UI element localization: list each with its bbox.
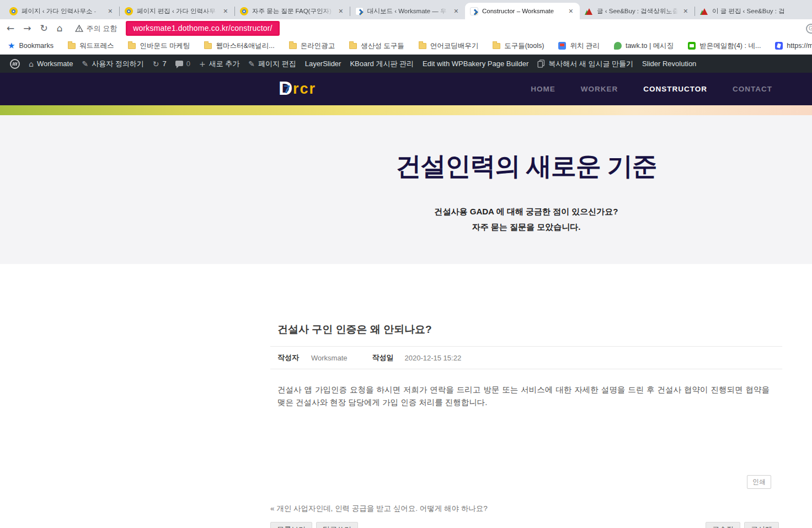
edit-post-button[interactable]: 글수정 bbox=[706, 522, 740, 528]
bookmark-folder-webmaster[interactable]: 웹마스터&애널리... bbox=[204, 41, 274, 51]
bookmarks-root[interactable]: ★ Bookmarks bbox=[8, 41, 54, 51]
list-view-button[interactable]: 목록보기 bbox=[270, 522, 312, 528]
admin-layerslider[interactable]: LayerSlider bbox=[301, 55, 346, 73]
post-actions-row: 목록보기 답글쓰기 글수정 글삭제 bbox=[270, 522, 782, 528]
seebuy-favicon-icon bbox=[585, 7, 593, 15]
nav-worker[interactable]: WORKER bbox=[581, 85, 618, 93]
bookmark-folder-tools[interactable]: 도구들(tools) bbox=[493, 41, 544, 51]
tab-page-gada[interactable]: 페이지 ‹ 가다 인력사무소 - × bbox=[4, 3, 119, 19]
browser-tab-strip: 페이지 ‹ 가다 인력사무소 - × 페이지 편집 ‹ 가다 인력사무 × 자주… bbox=[0, 0, 812, 19]
bookmark-label: 위치 관리 bbox=[570, 41, 599, 51]
main-navigation: HOME WORKER CONSTRUCTOR CONTACT bbox=[531, 73, 772, 105]
bookmark-location[interactable]: 위치 관리 bbox=[558, 41, 599, 51]
wordpress-logo-icon bbox=[10, 59, 20, 69]
reply-button[interactable]: 답글쓰기 bbox=[316, 522, 358, 528]
back-icon[interactable]: ← bbox=[7, 24, 14, 33]
copy-draft-label: 복사해서 새 임시글 만들기 bbox=[548, 59, 633, 69]
home-icon[interactable]: ⌂ bbox=[57, 24, 63, 33]
print-button[interactable]: 인쇄 bbox=[747, 475, 771, 489]
bookmarks-bar: ★ Bookmarks 워드프레스 인바운드 마케팅 웹마스터&애널리... 온… bbox=[0, 37, 812, 55]
brush-icon: ✎ bbox=[82, 60, 88, 68]
tawkto-icon bbox=[614, 42, 622, 50]
admin-kboard[interactable]: KBoard 게시판 관리 bbox=[345, 55, 418, 73]
bookmark-label: 온라인광고 bbox=[301, 41, 335, 51]
gada-favicon-icon bbox=[355, 7, 364, 15]
bookmark-folder-coding[interactable]: 언어코딩배우기 bbox=[419, 41, 479, 51]
author-value: Worksmate bbox=[311, 354, 348, 362]
bookmark-label: https://merchants.... bbox=[787, 42, 812, 50]
site-header: D 7 rcr HOME WORKER CONSTRUCTOR CONTACT bbox=[0, 73, 812, 105]
worksmate-favicon-icon bbox=[240, 7, 248, 15]
comment-count: 0 bbox=[186, 60, 190, 68]
admin-copy-draft[interactable]: 복사해서 새 임시글 만들기 bbox=[533, 55, 638, 73]
admin-wpbakery[interactable]: Edit with WPBakery Page Builder bbox=[418, 55, 533, 73]
bookmark-folder-wordpress[interactable]: 워드프레스 bbox=[68, 41, 114, 51]
folder-icon bbox=[493, 43, 500, 49]
wp-logo-menu[interactable] bbox=[6, 55, 24, 73]
post-content-area: 건설사 구인 인증은 왜 안되나요? 작성자 Worksmate 작성일 202… bbox=[270, 322, 782, 528]
admin-site-label: Worksmate bbox=[37, 60, 73, 68]
bookmark-folder-productivity[interactable]: 생산성 도구들 bbox=[349, 41, 404, 51]
nav-constructor-active[interactable]: CONSTRUCTOR bbox=[643, 85, 707, 93]
worksmate-favicon-icon bbox=[9, 7, 18, 15]
tab-title: 이 글 편집 ‹ See&Buy : 검 bbox=[712, 7, 805, 15]
date-label: 작성일 bbox=[372, 353, 394, 363]
bookmark-merchants[interactable]: https://merchants.... bbox=[775, 42, 812, 50]
admin-site-name[interactable]: ⌂ Worksmate bbox=[24, 55, 77, 73]
update-count: 7 bbox=[162, 60, 166, 68]
forward-icon[interactable]: → bbox=[23, 24, 31, 33]
copy-pages-icon bbox=[537, 60, 545, 68]
tab-title: 대시보드 ‹ Worksmate — 우 bbox=[367, 7, 448, 15]
bookmark-label: 인바운드 마케팅 bbox=[140, 41, 190, 51]
pencil-icon: ✎ bbox=[248, 60, 255, 68]
folder-icon bbox=[289, 43, 297, 49]
tab-close-icon[interactable]: × bbox=[337, 7, 345, 15]
tab-seebuy-edit[interactable]: 이 글 편집 ‹ See&Buy : 검 bbox=[695, 3, 810, 19]
hero-title: 건설인력의 새로운 기준 bbox=[270, 115, 782, 184]
profile-avatar-icon[interactable]: G bbox=[806, 24, 812, 34]
url-input[interactable]: worksmate1.dothome.co.kr/constructor/ bbox=[126, 21, 280, 36]
tab-seebuy-post[interactable]: 글 ‹ See&Buy : 검색상위노출 × bbox=[580, 3, 695, 19]
bookmark-label: 생산성 도구들 bbox=[361, 41, 404, 51]
logo-letters-rcr: rcr bbox=[293, 82, 316, 96]
admin-customize[interactable]: ✎ 사용자 정의하기 bbox=[77, 55, 148, 73]
bookmark-label: tawk.to | 메시징 bbox=[626, 41, 674, 51]
tab-dashboard[interactable]: 대시보드 ‹ Worksmate — 우 × bbox=[350, 3, 465, 19]
post-title: 건설사 구인 인증은 왜 안되나요? bbox=[277, 322, 782, 337]
site-security-warning[interactable]: 주의 요함 bbox=[75, 24, 117, 34]
tab-faq[interactable]: 자주 묻는 질문 FAQ(구인자) × bbox=[235, 3, 350, 19]
logo-arrow-seven: 7 bbox=[284, 83, 290, 96]
bookmark-mail[interactable]: 받은메일함(4) : 네... bbox=[688, 41, 761, 51]
tab-page-edit-gada[interactable]: 페이지 편집 ‹ 가다 인력사무 × bbox=[120, 3, 234, 19]
gada-logo[interactable]: D 7 rcr bbox=[279, 79, 316, 97]
tab-close-icon[interactable]: × bbox=[567, 7, 575, 15]
layerslider-label: LayerSlider bbox=[305, 60, 341, 68]
warning-label: 주의 요함 bbox=[87, 24, 117, 34]
admin-edit-page[interactable]: ✎ 페이지 편집 bbox=[244, 55, 300, 73]
merchants-icon bbox=[775, 42, 783, 50]
previous-post-link[interactable]: « 개인 사업자인데, 인력 공급을 받고 싶어요. 어떻게 해야 하나요? bbox=[270, 504, 782, 514]
admin-slider-revolution[interactable]: Slider Revolution bbox=[638, 55, 701, 73]
tab-close-icon[interactable]: × bbox=[452, 7, 460, 15]
tab-close-icon[interactable]: × bbox=[222, 7, 229, 15]
print-row: 인쇄 bbox=[270, 475, 782, 489]
bookmark-folder-ads[interactable]: 온라인광고 bbox=[289, 41, 335, 51]
admin-updates[interactable]: ↻ 7 bbox=[148, 55, 171, 73]
tab-title: 페이지 편집 ‹ 가다 인력사무 bbox=[137, 7, 218, 15]
post-body-text: 건설사 앱 가입인증 요청을 하시면 저희가 연락을 드리고 방문 또는 서비스… bbox=[277, 384, 770, 409]
nav-contact[interactable]: CONTACT bbox=[733, 85, 772, 93]
bookmark-folder-inbound[interactable]: 인바운드 마케팅 bbox=[128, 41, 190, 51]
delete-post-button[interactable]: 글삭제 bbox=[744, 522, 779, 528]
bookmarks-label: Bookmarks bbox=[19, 42, 54, 50]
reload-icon[interactable]: ↻ bbox=[40, 24, 48, 33]
tab-constructor-active[interactable]: Constructor – Worksmate × bbox=[465, 3, 580, 19]
kboard-label: KBoard 게시판 관리 bbox=[350, 59, 414, 69]
tab-close-icon[interactable]: × bbox=[106, 7, 114, 15]
admin-new-item[interactable]: + 새로 추가 bbox=[195, 55, 244, 73]
tab-close-icon[interactable]: × bbox=[682, 7, 690, 15]
bookmark-tawkto[interactable]: tawk.to | 메시징 bbox=[614, 41, 674, 51]
nav-home[interactable]: HOME bbox=[531, 85, 555, 93]
location-icon bbox=[558, 42, 566, 50]
admin-comments[interactable]: 0 bbox=[171, 55, 195, 73]
bookmark-label: 언어코딩배우기 bbox=[430, 41, 479, 51]
